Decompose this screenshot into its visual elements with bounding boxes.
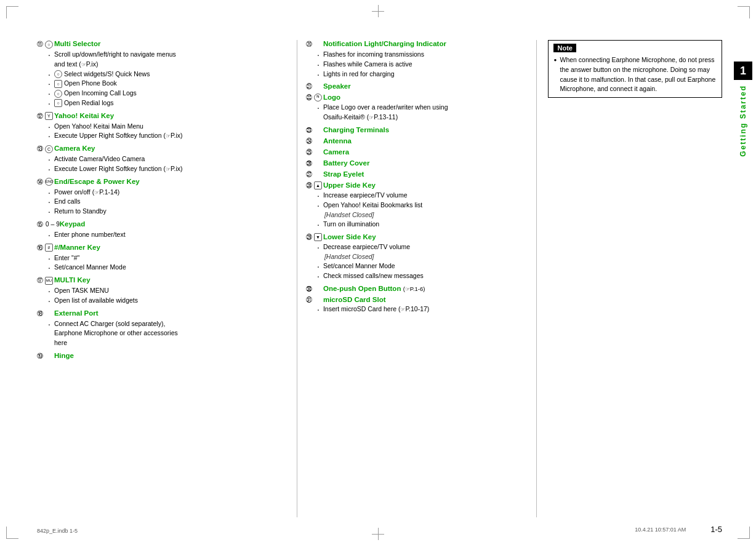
- corner-mark-bl: [6, 527, 18, 539]
- item-16-icon: #: [45, 244, 53, 252]
- item-31-title: microSD Card Slot: [323, 296, 531, 303]
- item-22-icon: ᴺ: [314, 93, 322, 101]
- sub-item: Open Yahoo! Keitai Bookmarks list: [317, 201, 531, 210]
- item-28-subs: Increase earpiece/TV volume Open Yahoo! …: [306, 191, 531, 210]
- item-24-title: Antenna: [323, 137, 531, 145]
- item-17-icon: MU: [45, 277, 53, 285]
- page-container: 1 Getting Started ⑪ ○ Multi Selector Scr…: [0, 0, 756, 545]
- item-28-extra: [Handset Closed]: [306, 211, 531, 218]
- sub-item: Enter "#": [48, 253, 289, 263]
- item-18-subs: Connect AC Charger (sold separately),Ear…: [37, 319, 289, 348]
- item-19-title: Hinge: [54, 352, 289, 359]
- item-18: ⑱ External Port Connect AC Charger (sold…: [37, 309, 289, 348]
- bottom-right-area: 10.4.21 10:57:01 AM 1-5: [635, 525, 722, 534]
- item-13-title: Camera Key: [54, 145, 289, 152]
- sub-item: Enter phone number/text: [48, 230, 289, 240]
- page-number: 1-5: [710, 525, 722, 534]
- item-14: ⑭ END End/Escape & Power Key Power on/of…: [37, 178, 289, 217]
- sub-item: Open Yahoo! Keitai Main Menu: [48, 122, 289, 132]
- main-content: ⑪ ○ Multi Selector Scroll up/down/left/r…: [37, 40, 722, 517]
- item-16-number: ⑯ #: [37, 244, 54, 252]
- item-29-icon: ▼: [314, 233, 322, 241]
- item-14-title: End/Escape & Power Key: [54, 178, 289, 185]
- sub-item: Set/cancel Manner Mode: [317, 261, 531, 271]
- sub-item: Scroll up/down/left/right to navigate me…: [48, 50, 289, 70]
- sub-item: Place Logo over a reader/writer when usi…: [317, 103, 531, 122]
- item-21-title: Speaker: [323, 82, 531, 90]
- sub-item: Execute Lower Right Softkey function (☞P…: [48, 164, 289, 174]
- sub-item: ○ Select widgets/S! Quick News: [48, 70, 289, 79]
- item-22-number: ㉒ ᴺ: [306, 93, 323, 101]
- item-11: ⑪ ○ Multi Selector Scroll up/down/left/r…: [37, 40, 289, 108]
- item-20-subs: Flashes for incoming transmissions Flash…: [306, 50, 531, 79]
- item-20: ⑳ Notification Light/Charging Indicator …: [306, 40, 531, 79]
- sub-item: End calls: [48, 197, 289, 207]
- item-26-title: Battery Cover: [323, 159, 531, 167]
- item-25-number: ㉕: [306, 148, 323, 156]
- item-14-icon: END: [45, 178, 53, 186]
- item-28: ㉘ ▲ Upper Side Key Increase earpiece/TV …: [306, 181, 531, 229]
- item-23-number: ㉓: [306, 126, 323, 133]
- item-17-title: MULTI Key: [54, 276, 289, 284]
- item-16: ⑯ # #/Manner Key Enter "#" Set/cancel Ma…: [37, 244, 289, 273]
- sub-item: Set/cancel Manner Mode: [48, 263, 289, 272]
- item-20-number: ⑳: [306, 40, 323, 49]
- item-12-number: ⑫ Y: [37, 112, 54, 121]
- item-22-title: Logo: [323, 93, 531, 101]
- item-26-number: ㉖: [306, 159, 323, 167]
- sub-item: ○ Open Redial logs: [48, 98, 289, 108]
- item-31-number: ㉛: [306, 296, 323, 303]
- item-19-number: ⑲: [37, 352, 54, 360]
- item-22-subs: Place Logo over a reader/writer when usi…: [306, 103, 531, 122]
- item-17-number: ⑰ MU: [37, 276, 54, 285]
- item-27-title: Strap Eyelet: [323, 170, 531, 178]
- item-12-icon: Y: [45, 112, 53, 120]
- item-30: ㉚ One-push Open Button (☞P.1-6): [306, 285, 531, 292]
- note-box: Note When connecting Earphone Microphone…: [548, 40, 722, 98]
- item-18-title: External Port: [54, 309, 289, 317]
- sub-item: ○ Open Phone Book: [48, 79, 289, 89]
- item-29: ㉙ ▼ Lower Side Key Decrease earpiece/TV …: [306, 233, 531, 281]
- middle-column: ⑳ Notification Light/Charging Indicator …: [297, 40, 537, 517]
- sub-item: Increase earpiece/TV volume: [317, 191, 531, 201]
- bottom-center-mark: [372, 528, 384, 540]
- item-12-subs: Open Yahoo! Keitai Main Menu Execute Upp…: [37, 122, 289, 141]
- item-17: ⑰ MU MULTI Key Open TASK MENU Open list …: [37, 276, 289, 306]
- item-29-title: Lower Side Key: [323, 233, 531, 241]
- corner-mark-tl: [6, 6, 18, 18]
- item-29-extra-subs: Set/cancel Manner Mode Check missed call…: [306, 261, 531, 281]
- item-23: ㉓ Charging Terminals: [306, 126, 531, 133]
- item-18-number: ⑱: [37, 309, 54, 318]
- sub-item: Connect AC Charger (sold separately),Ear…: [48, 319, 289, 348]
- item-11-title: Multi Selector: [54, 40, 289, 47]
- left-column: ⑪ ○ Multi Selector Scroll up/down/left/r…: [37, 40, 297, 517]
- item-12: ⑫ Y Yahoo! Keitai Key Open Yahoo! Keitai…: [37, 112, 289, 141]
- sub-item: Open TASK MENU: [48, 286, 289, 296]
- item-15-subs: Enter phone number/text: [37, 230, 289, 240]
- item-11-number: ⑪ ○: [37, 40, 54, 49]
- sub-item: Check missed calls/new messages: [317, 271, 531, 281]
- sub-item: Execute Upper Right Softkey function (☞P…: [48, 131, 289, 141]
- chapter-number: 1: [734, 62, 752, 80]
- item-22: ㉒ ᴺ Logo Place Logo over a reader/writer…: [306, 93, 531, 122]
- sub-item: Flashes for incoming transmissions: [317, 50, 531, 60]
- item-21: ㉑ Speaker: [306, 82, 531, 90]
- item-12-title: Yahoo! Keitai Key: [54, 112, 289, 119]
- icon: ○: [54, 70, 62, 78]
- item-29-subs: Decrease earpiece/TV volume: [306, 242, 531, 252]
- item-30-number: ㉚: [306, 285, 323, 292]
- item-14-subs: Power on/off (☞P.1-14) End calls Return …: [37, 188, 289, 217]
- item-15: ⑮ 0 – 9 Keypad Enter phone number/text: [37, 220, 289, 240]
- sub-item: Decrease earpiece/TV volume: [317, 242, 531, 252]
- item-13: ⑬ C Camera Key Activate Camera/Video Cam…: [37, 145, 289, 174]
- item-11-subs: Scroll up/down/left/right to navigate me…: [37, 50, 289, 108]
- item-29-number: ㉙ ▼: [306, 233, 323, 242]
- right-column: Note When connecting Earphone Microphone…: [537, 40, 722, 517]
- sub-item: Return to Standby: [48, 207, 289, 217]
- item-16-title: #/Manner Key: [54, 244, 289, 251]
- item-29-extra: [Handset Closed]: [306, 253, 531, 260]
- bottom-date: 10.4.21 10:57:01 AM: [635, 527, 686, 533]
- note-title: Note: [553, 44, 576, 52]
- item-31: ㉛ microSD Card Slot Insert microSD Card …: [306, 296, 531, 314]
- item-28-title: Upper Side Key: [323, 181, 531, 189]
